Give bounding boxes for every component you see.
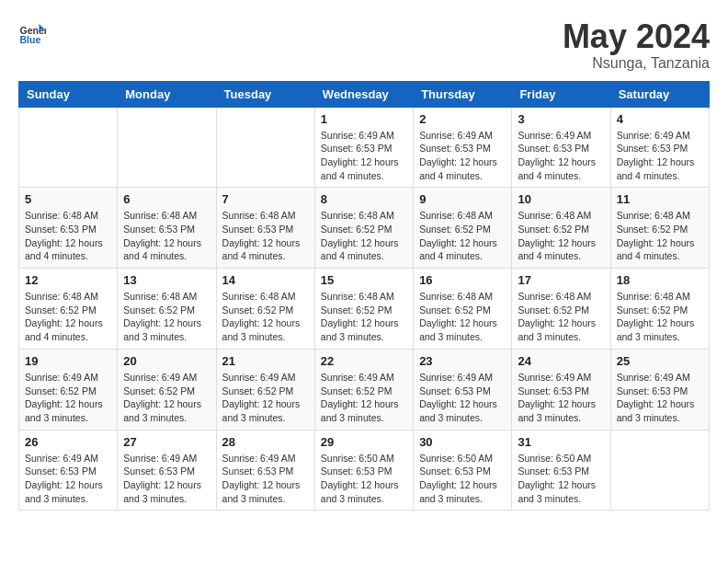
calendar-cell-w4-d3: 21Sunrise: 6:49 AM Sunset: 6:52 PM Dayli… — [216, 349, 314, 430]
day-info: Sunrise: 6:49 AM Sunset: 6:53 PM Dayligh… — [25, 452, 111, 506]
calendar-cell-w1-d4: 1Sunrise: 6:49 AM Sunset: 6:53 PM Daylig… — [314, 107, 413, 188]
calendar-cell-w2-d7: 11Sunrise: 6:48 AM Sunset: 6:52 PM Dayli… — [610, 188, 709, 269]
calendar-cell-w2-d3: 7Sunrise: 6:48 AM Sunset: 6:53 PM Daylig… — [216, 188, 314, 269]
day-number: 13 — [123, 273, 210, 287]
day-number: 8 — [321, 192, 407, 206]
day-number: 3 — [518, 112, 604, 126]
calendar-cell-w1-d6: 3Sunrise: 6:49 AM Sunset: 6:53 PM Daylig… — [512, 107, 610, 188]
day-info: Sunrise: 6:48 AM Sunset: 6:52 PM Dayligh… — [321, 209, 407, 263]
calendar-cell-w2-d6: 10Sunrise: 6:48 AM Sunset: 6:52 PM Dayli… — [512, 188, 610, 269]
calendar-cell-w4-d6: 24Sunrise: 6:49 AM Sunset: 6:53 PM Dayli… — [512, 349, 610, 430]
logo-icon: General Blue — [18, 18, 46, 46]
month-year-title: May 2024 — [563, 18, 710, 55]
day-number: 29 — [321, 435, 407, 449]
day-info: Sunrise: 6:48 AM Sunset: 6:52 PM Dayligh… — [518, 290, 604, 344]
calendar-cell-w4-d1: 19Sunrise: 6:49 AM Sunset: 6:52 PM Dayli… — [19, 349, 118, 430]
day-info: Sunrise: 6:49 AM Sunset: 6:53 PM Dayligh… — [321, 129, 407, 183]
calendar-cell-w3-d5: 16Sunrise: 6:48 AM Sunset: 6:52 PM Dayli… — [414, 269, 512, 350]
calendar-cell-w1-d1 — [19, 107, 118, 188]
day-number: 24 — [518, 354, 604, 368]
calendar-cell-w3-d1: 12Sunrise: 6:48 AM Sunset: 6:52 PM Dayli… — [19, 269, 118, 350]
day-info: Sunrise: 6:50 AM Sunset: 6:53 PM Dayligh… — [518, 452, 604, 506]
day-number: 31 — [518, 435, 604, 449]
calendar-cell-w3-d4: 15Sunrise: 6:48 AM Sunset: 6:52 PM Dayli… — [314, 269, 413, 350]
calendar-cell-w2-d4: 8Sunrise: 6:48 AM Sunset: 6:52 PM Daylig… — [314, 188, 413, 269]
header: General Blue May 2024 Nsunga, Tanzania — [18, 18, 710, 72]
col-sunday: Sunday — [19, 81, 118, 107]
calendar-week-3: 12Sunrise: 6:48 AM Sunset: 6:52 PM Dayli… — [19, 269, 710, 350]
day-info: Sunrise: 6:49 AM Sunset: 6:53 PM Dayligh… — [518, 129, 604, 183]
calendar-cell-w4-d7: 25Sunrise: 6:49 AM Sunset: 6:53 PM Dayli… — [610, 349, 709, 430]
col-wednesday: Wednesday — [314, 81, 413, 107]
col-thursday: Thursday — [414, 81, 512, 107]
calendar-cell-w5-d4: 29Sunrise: 6:50 AM Sunset: 6:53 PM Dayli… — [314, 430, 413, 511]
day-info: Sunrise: 6:49 AM Sunset: 6:52 PM Dayligh… — [222, 371, 309, 425]
day-number: 10 — [518, 192, 604, 206]
calendar-cell-w1-d2 — [118, 107, 216, 188]
calendar-cell-w5-d5: 30Sunrise: 6:50 AM Sunset: 6:53 PM Dayli… — [414, 430, 512, 511]
svg-text:Blue: Blue — [20, 34, 41, 45]
day-number: 5 — [25, 192, 111, 206]
day-number: 2 — [419, 112, 506, 126]
col-monday: Monday — [118, 81, 216, 107]
day-number: 20 — [123, 354, 210, 368]
title-area: May 2024 Nsunga, Tanzania — [563, 18, 710, 72]
calendar-week-1: 1Sunrise: 6:49 AM Sunset: 6:53 PM Daylig… — [19, 107, 710, 188]
calendar-cell-w5-d3: 28Sunrise: 6:49 AM Sunset: 6:53 PM Dayli… — [216, 430, 314, 511]
day-info: Sunrise: 6:48 AM Sunset: 6:52 PM Dayligh… — [419, 209, 506, 263]
day-number: 26 — [25, 435, 111, 449]
day-number: 1 — [321, 112, 407, 126]
calendar-cell-w2-d5: 9Sunrise: 6:48 AM Sunset: 6:52 PM Daylig… — [414, 188, 512, 269]
calendar-cell-w4-d5: 23Sunrise: 6:49 AM Sunset: 6:53 PM Dayli… — [414, 349, 512, 430]
day-number: 4 — [617, 112, 703, 126]
day-info: Sunrise: 6:48 AM Sunset: 6:53 PM Dayligh… — [222, 209, 309, 263]
calendar-cell-w2-d1: 5Sunrise: 6:48 AM Sunset: 6:53 PM Daylig… — [19, 188, 118, 269]
day-info: Sunrise: 6:48 AM Sunset: 6:52 PM Dayligh… — [25, 290, 111, 344]
calendar-cell-w5-d7 — [610, 430, 709, 511]
calendar-week-4: 19Sunrise: 6:49 AM Sunset: 6:52 PM Dayli… — [19, 349, 710, 430]
day-info: Sunrise: 6:49 AM Sunset: 6:53 PM Dayligh… — [123, 452, 210, 506]
day-number: 22 — [321, 354, 407, 368]
day-number: 19 — [25, 354, 111, 368]
day-number: 14 — [222, 273, 309, 287]
day-info: Sunrise: 6:50 AM Sunset: 6:53 PM Dayligh… — [321, 452, 407, 506]
day-number: 18 — [617, 273, 703, 287]
day-info: Sunrise: 6:48 AM Sunset: 6:52 PM Dayligh… — [419, 290, 506, 344]
col-saturday: Saturday — [610, 81, 709, 107]
day-info: Sunrise: 6:48 AM Sunset: 6:52 PM Dayligh… — [617, 209, 703, 263]
day-info: Sunrise: 6:49 AM Sunset: 6:52 PM Dayligh… — [321, 371, 407, 425]
day-info: Sunrise: 6:49 AM Sunset: 6:53 PM Dayligh… — [419, 129, 506, 183]
day-number: 16 — [419, 273, 506, 287]
calendar-week-2: 5Sunrise: 6:48 AM Sunset: 6:53 PM Daylig… — [19, 188, 710, 269]
calendar-cell-w5-d6: 31Sunrise: 6:50 AM Sunset: 6:53 PM Dayli… — [512, 430, 610, 511]
calendar-cell-w3-d6: 17Sunrise: 6:48 AM Sunset: 6:52 PM Dayli… — [512, 269, 610, 350]
day-number: 17 — [518, 273, 604, 287]
day-info: Sunrise: 6:49 AM Sunset: 6:53 PM Dayligh… — [617, 129, 703, 183]
calendar-week-5: 26Sunrise: 6:49 AM Sunset: 6:53 PM Dayli… — [19, 430, 710, 511]
day-info: Sunrise: 6:49 AM Sunset: 6:53 PM Dayligh… — [518, 371, 604, 425]
calendar-cell-w2-d2: 6Sunrise: 6:48 AM Sunset: 6:53 PM Daylig… — [118, 188, 216, 269]
day-info: Sunrise: 6:48 AM Sunset: 6:53 PM Dayligh… — [123, 209, 210, 263]
day-number: 12 — [25, 273, 111, 287]
day-number: 6 — [123, 192, 210, 206]
calendar-table: Sunday Monday Tuesday Wednesday Thursday… — [18, 81, 710, 511]
day-info: Sunrise: 6:49 AM Sunset: 6:53 PM Dayligh… — [617, 371, 703, 425]
location-subtitle: Nsunga, Tanzania — [563, 55, 710, 72]
day-info: Sunrise: 6:49 AM Sunset: 6:53 PM Dayligh… — [419, 371, 506, 425]
day-info: Sunrise: 6:48 AM Sunset: 6:52 PM Dayligh… — [321, 290, 407, 344]
day-number: 11 — [617, 192, 703, 206]
day-number: 7 — [222, 192, 309, 206]
day-number: 9 — [419, 192, 506, 206]
calendar-cell-w3-d2: 13Sunrise: 6:48 AM Sunset: 6:52 PM Dayli… — [118, 269, 216, 350]
day-number: 25 — [617, 354, 703, 368]
day-number: 23 — [419, 354, 506, 368]
calendar-cell-w1-d3 — [216, 107, 314, 188]
day-info: Sunrise: 6:49 AM Sunset: 6:52 PM Dayligh… — [25, 371, 111, 425]
calendar-cell-w5-d1: 26Sunrise: 6:49 AM Sunset: 6:53 PM Dayli… — [19, 430, 118, 511]
day-info: Sunrise: 6:48 AM Sunset: 6:53 PM Dayligh… — [25, 209, 111, 263]
col-tuesday: Tuesday — [216, 81, 314, 107]
day-info: Sunrise: 6:48 AM Sunset: 6:52 PM Dayligh… — [518, 209, 604, 263]
col-friday: Friday — [512, 81, 610, 107]
day-number: 28 — [222, 435, 309, 449]
day-info: Sunrise: 6:48 AM Sunset: 6:52 PM Dayligh… — [617, 290, 703, 344]
